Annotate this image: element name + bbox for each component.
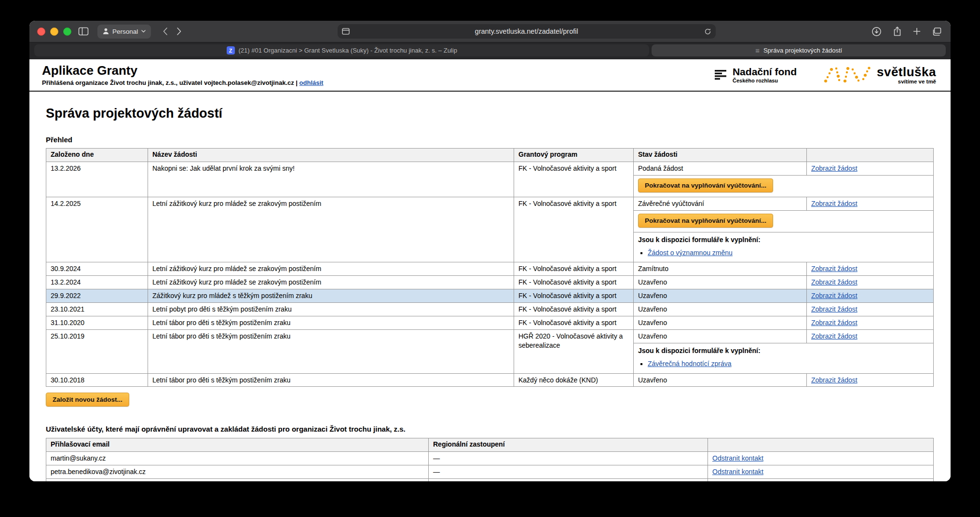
cell-date: 31.10.2020 [46, 316, 148, 330]
main-content: Správa projektových žádostí Přehled Zalo… [29, 106, 951, 481]
firefly-dots-icon [822, 65, 872, 85]
continue-billing-button[interactable]: Pokračovat na vyplňování vyúčtování... [638, 214, 773, 228]
cell-status: Zamítnuto [634, 262, 807, 276]
back-button[interactable] [163, 27, 168, 36]
cell-actions: Zobrazit žádost [807, 262, 934, 276]
col-header-actions [708, 438, 934, 452]
col-header-program: Grantový program [514, 148, 634, 162]
cell-actions: Zobrazit žádost [807, 197, 934, 210]
cell-actions: Zobrazit žádost [807, 303, 934, 316]
table-row: petra.benedikova@zivotjinak.cz — Odstran… [46, 465, 934, 479]
cell-region: — [429, 479, 708, 481]
cell-forms: Jsou k dispozici formuláře k vyplnění: Ž… [634, 232, 934, 262]
table-row: 25.10.2019 Letní tábor pro děti s těžkým… [46, 329, 934, 343]
web-page: Aplikace Granty Přihlášená organizace Ži… [29, 59, 951, 481]
minimize-window-button[interactable] [50, 27, 58, 36]
cell-name: Letní zážitkový kurz pro mládež se zrako… [148, 276, 514, 289]
cell-actions: Zobrazit žádost [807, 329, 934, 343]
cell-status: Závěrečné vyúčtování [634, 197, 807, 210]
cell-status: Uzavřeno [634, 289, 807, 303]
view-request-link[interactable]: Zobrazit žádost [811, 319, 858, 327]
table-header-row: Přihlašovací email Regionální zastoupení [46, 438, 934, 452]
logged-in-text: Přihlášená organizace Život trochu jinak… [42, 79, 298, 86]
view-request-link[interactable]: Zobrazit žádost [811, 265, 858, 272]
table-row-highlighted: 29.9.2022 Zážitkový kurz pro mládež s tě… [46, 289, 934, 303]
view-request-link[interactable]: Zobrazit žádost [811, 292, 858, 299]
table-header-row: Založeno dne Název žádosti Grantový prog… [46, 148, 934, 162]
cell-region: — [429, 465, 708, 479]
ceskeho-rozhlasu-text: Českého rozhlasu [733, 78, 797, 83]
table-row: 31.10.2020 Letní tábor pro děti s těžkým… [46, 316, 934, 330]
view-request-link[interactable]: Zobrazit žádost [811, 376, 858, 384]
cell-name: Letní tábor pro děti s těžkým postižením… [148, 329, 514, 373]
share-icon[interactable] [893, 26, 902, 37]
cell-button: Pokračovat na vyplňování vyúčtování... [634, 175, 934, 197]
cell-status: Uzavřeno [634, 329, 807, 343]
table-row: 30.10.2018 Letní tábor pro děti s těžkým… [46, 373, 934, 387]
view-request-link[interactable]: Zobrazit žádost [811, 278, 858, 286]
accounts-heading: Uživatelské účty, které mají oprávnění u… [46, 425, 866, 433]
table-row: 13.2.2026 Nakopni se: Jak udělat první k… [46, 162, 934, 175]
new-request-button[interactable]: Založit novou žádost... [46, 393, 129, 407]
cell-email: martin@sukany.cz [46, 452, 429, 465]
table-row: 30.9.2024 Letní zážitkový kurz pro mláde… [46, 262, 934, 276]
table-row: vojtech.polasek@zivotjinak.cz — [46, 479, 934, 481]
remove-contact-link[interactable]: Odstranit kontakt [712, 454, 763, 462]
cell-actions [708, 479, 934, 481]
view-request-link[interactable]: Zobrazit žádost [811, 305, 858, 313]
page-favicon-icon: ≡ [755, 46, 760, 54]
table-row: 23.10.2021 Letní pobyt pro děti s těžkým… [46, 303, 934, 316]
downloads-icon[interactable] [871, 26, 882, 37]
addressbar-area: granty.svetluska.net/zadatel/profil [189, 24, 864, 39]
profile-button[interactable]: Personal [97, 25, 151, 39]
col-header-name: Název žádosti [148, 148, 514, 162]
zoom-window-button[interactable] [63, 27, 71, 36]
person-icon [103, 28, 109, 35]
form-link[interactable]: Závěrečná hodnotící zpráva [648, 360, 732, 367]
new-tab-icon[interactable] [912, 27, 921, 36]
traffic-lights [37, 27, 71, 36]
list-item: Žádost o významnou změnu [648, 248, 929, 258]
cell-status: Uzavřeno [634, 303, 807, 316]
svetluska-tagline: svítíme ve tmě [877, 79, 936, 84]
forms-available-label: Jsou k dispozici formuláře k vyplnění: [638, 235, 929, 245]
cell-program: FK - Volnočasové aktivity a sport [514, 276, 634, 289]
tab-overview-icon[interactable] [932, 27, 942, 36]
logout-link[interactable]: odhlásit [299, 79, 324, 86]
reload-icon[interactable] [704, 28, 711, 35]
logged-in-info: Přihlášená organizace Život trochu jinak… [42, 79, 323, 86]
tab-zulip[interactable]: Z (21) #01 Organizacni > Grant Svetluska… [34, 44, 649, 56]
zulip-favicon-icon: Z [227, 46, 235, 54]
form-link[interactable]: Žádost o významnou změnu [648, 249, 733, 257]
cell-region: — [429, 452, 708, 465]
cell-status: Podaná žádost [634, 162, 807, 175]
sidebar-toggle-icon[interactable] [78, 27, 89, 36]
cell-email: vojtech.polasek@zivotjinak.cz [46, 479, 429, 481]
close-window-button[interactable] [37, 27, 45, 36]
cell-date: 30.9.2024 [46, 262, 148, 276]
app-title: Aplikace Granty [42, 64, 323, 78]
forward-button[interactable] [177, 27, 182, 36]
address-bar[interactable]: granty.svetluska.net/zadatel/profil [338, 24, 716, 39]
tab-bar: Z (21) #01 Organizacni > Grant Svetluska… [29, 42, 951, 59]
table-row: martin@sukany.cz — Odstranit kontakt [46, 452, 934, 465]
page-settings-icon[interactable] [342, 28, 350, 35]
partner-logos: Nadační fond Českého rozhlasu [714, 65, 936, 85]
cell-date: 30.10.2018 [46, 373, 148, 387]
cell-date: 13.2.2024 [46, 276, 148, 289]
browser-window: Personal granty.svetluska.net/zadatel/pr… [29, 21, 951, 481]
continue-billing-button[interactable]: Pokračovat na vyplňování vyúčtování... [638, 178, 773, 192]
cell-actions: Odstranit kontakt [708, 465, 934, 479]
tab-sprava-zadosti[interactable]: ≡ Správa projektových žádostí [652, 44, 946, 56]
cell-program: FK - Volnočasové aktivity a sport [514, 197, 634, 262]
view-request-link[interactable]: Zobrazit žádost [811, 164, 858, 172]
cell-status: Uzavřeno [634, 373, 807, 387]
remove-contact-link[interactable]: Odstranit kontakt [712, 468, 763, 476]
nadacni-fond-logo: Nadační fond Českého rozhlasu [714, 67, 797, 83]
forms-available-label: Jsou k dispozici formuláře k vyplnění: [638, 346, 929, 355]
col-header-status: Stav žádosti [634, 148, 807, 162]
view-request-link[interactable]: Zobrazit žádost [811, 332, 858, 340]
table-row: 14.2.2025 Letní zážitkový kurz pro mláde… [46, 197, 934, 210]
cell-actions: Zobrazit žádost [807, 289, 934, 303]
view-request-link[interactable]: Zobrazit žádost [811, 200, 858, 207]
